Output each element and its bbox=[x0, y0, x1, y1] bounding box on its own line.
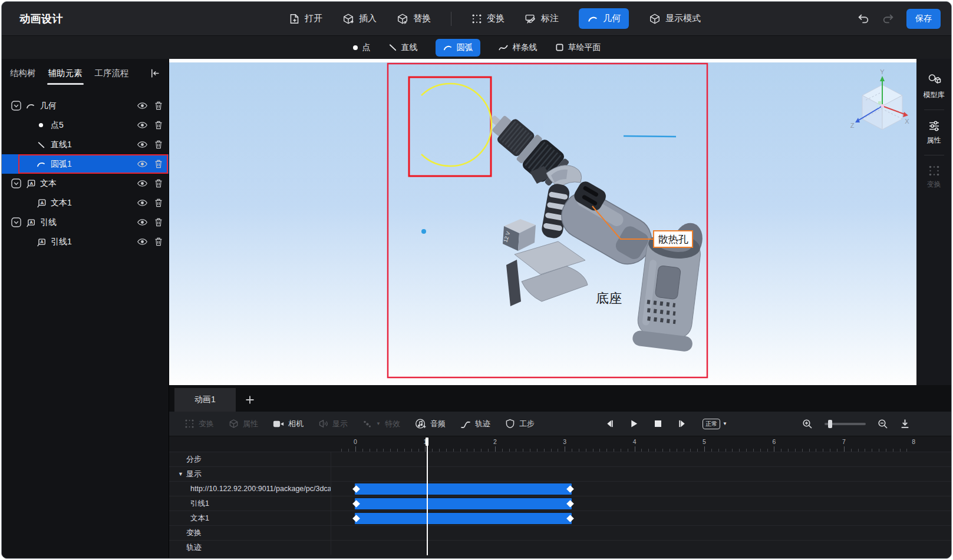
line-entity[interactable] bbox=[624, 136, 676, 137]
track[interactable] bbox=[331, 511, 952, 525]
point-entity[interactable] bbox=[421, 229, 426, 234]
eye-icon[interactable] bbox=[137, 160, 147, 168]
trash-icon[interactable] bbox=[154, 101, 163, 110]
eye-icon[interactable] bbox=[137, 199, 147, 207]
trash-icon[interactable] bbox=[154, 179, 163, 188]
trash-icon[interactable] bbox=[154, 140, 163, 149]
export-download-icon[interactable] bbox=[900, 419, 910, 429]
trash-icon[interactable] bbox=[154, 237, 163, 246]
insert-button[interactable]: 插入 bbox=[342, 13, 377, 25]
eye-icon[interactable] bbox=[137, 218, 147, 226]
zoom-out-icon[interactable] bbox=[878, 419, 888, 429]
trash-icon[interactable] bbox=[154, 160, 163, 168]
eye-icon[interactable] bbox=[137, 141, 147, 148]
geometry-button[interactable]: 几何 bbox=[579, 8, 629, 29]
chevron-box-icon[interactable] bbox=[11, 217, 21, 227]
arc-entity[interactable] bbox=[421, 84, 492, 166]
keyframe-diamond[interactable] bbox=[352, 485, 360, 493]
tree-item-text1[interactable]: A 文本1 bbox=[2, 193, 169, 213]
step-forward-button[interactable] bbox=[678, 419, 687, 428]
display-track-button[interactable]: 显示 bbox=[318, 419, 348, 429]
effects-button[interactable]: ▼ 特效 bbox=[362, 419, 400, 429]
zoom-in-icon[interactable] bbox=[802, 419, 813, 429]
chevron-box-icon[interactable] bbox=[11, 178, 21, 188]
add-animation-tab-button[interactable] bbox=[236, 388, 264, 412]
orientation-gizmo[interactable]: Y Z X bbox=[850, 68, 910, 130]
trash-icon[interactable] bbox=[154, 198, 163, 207]
transform-rail-button[interactable]: 变换 bbox=[927, 165, 941, 190]
properties-button[interactable]: 属性 bbox=[927, 120, 941, 145]
tab-auxiliary-elements[interactable]: 辅助元素 bbox=[48, 64, 83, 82]
camera-button[interactable]: 相机 bbox=[273, 419, 304, 429]
eye-icon[interactable] bbox=[137, 121, 147, 129]
stop-button[interactable] bbox=[654, 420, 662, 428]
eye-icon[interactable] bbox=[137, 238, 147, 246]
open-button[interactable]: 打开 bbox=[289, 13, 322, 25]
play-button[interactable] bbox=[630, 419, 638, 428]
callout-label[interactable]: 散热孔 bbox=[654, 231, 693, 247]
viewport-canvas[interactable]: 12 V bbox=[169, 59, 920, 385]
keyframe-diamond[interactable] bbox=[566, 485, 574, 493]
model-library-button[interactable]: 模型库 bbox=[924, 73, 945, 100]
track[interactable] bbox=[331, 541, 952, 555]
animation-tab[interactable]: 动画1 bbox=[174, 388, 236, 412]
timeline-row-package-url[interactable]: http://10.122.92.200:9011/package/pc/3dc… bbox=[169, 481, 952, 496]
track[interactable] bbox=[331, 496, 952, 511]
playhead[interactable] bbox=[427, 440, 428, 555]
eye-icon[interactable] bbox=[137, 180, 147, 187]
redo-icon[interactable] bbox=[882, 12, 895, 25]
eye-icon[interactable] bbox=[137, 102, 147, 110]
expand-arrow-icon[interactable]: ▼ bbox=[178, 471, 183, 477]
arc-tool[interactable]: 圆弧 bbox=[436, 39, 480, 57]
keyframe-diamond[interactable] bbox=[566, 515, 574, 522]
timeline-row-text1[interactable]: 文本1 bbox=[169, 511, 952, 525]
transform-button[interactable]: 变换 bbox=[471, 13, 504, 24]
base-text-label[interactable]: 底座 bbox=[596, 291, 622, 306]
keyframe-diamond[interactable] bbox=[352, 515, 360, 522]
tree-item-leader-group[interactable]: A 引线 bbox=[2, 213, 169, 232]
display-mode-button[interactable]: 显示模式 bbox=[649, 13, 701, 25]
track[interactable] bbox=[331, 452, 952, 466]
keyframe-diamond[interactable] bbox=[352, 500, 360, 508]
tree-item-leader1[interactable]: A 引线1 bbox=[2, 232, 169, 251]
replace-button[interactable]: 替换 bbox=[397, 13, 431, 25]
annotate-button[interactable]: 标注 bbox=[525, 13, 559, 25]
spline-tool[interactable]: 样条线 bbox=[498, 42, 537, 53]
slider-knob[interactable] bbox=[828, 420, 832, 428]
track[interactable] bbox=[331, 482, 952, 496]
save-button[interactable]: 保存 bbox=[906, 9, 941, 29]
timeline-properties-button[interactable]: 属性 bbox=[229, 419, 258, 429]
step-back-button[interactable] bbox=[605, 419, 614, 428]
tab-process-flow[interactable]: 工序流程 bbox=[95, 64, 129, 82]
timeline-row-leader1[interactable]: 引线1 bbox=[169, 496, 952, 511]
point-tool[interactable]: 点 bbox=[352, 42, 371, 53]
workstep-button[interactable]: 工步 bbox=[505, 419, 535, 429]
timeline-row-display[interactable]: ▼显示 bbox=[169, 466, 952, 481]
keyframe-bar[interactable] bbox=[355, 513, 572, 524]
keyframe-bar[interactable] bbox=[355, 483, 572, 495]
trash-icon[interactable] bbox=[154, 218, 163, 227]
speed-selector[interactable]: 正常 ▼ bbox=[703, 419, 727, 429]
timeline-ruler[interactable]: 012345678 bbox=[169, 436, 952, 452]
undo-icon[interactable] bbox=[857, 12, 870, 25]
tree-item-text-group[interactable]: A 文本 bbox=[2, 174, 169, 193]
keyframe-bar[interactable] bbox=[355, 498, 572, 509]
viewport-3d[interactable]: 12 V bbox=[169, 59, 920, 385]
audio-button[interactable]: 音频 bbox=[415, 418, 446, 429]
tree-item-point5[interactable]: 点5 bbox=[2, 115, 169, 135]
timeline-transform-button[interactable]: 变换 bbox=[184, 419, 214, 429]
timeline-zoom-slider[interactable] bbox=[825, 423, 866, 425]
chevron-box-icon[interactable] bbox=[11, 101, 21, 111]
timeline-row-transform[interactable]: 变换 bbox=[169, 525, 952, 540]
collapse-sidebar-icon[interactable] bbox=[149, 68, 160, 79]
keyframe-diamond[interactable] bbox=[566, 500, 574, 508]
tree-item-arc1-selected[interactable]: 圆弧1 bbox=[2, 154, 169, 174]
tab-structure-tree[interactable]: 结构树 bbox=[10, 64, 36, 82]
sketch-plane-tool[interactable]: 草绘平面 bbox=[555, 42, 601, 53]
track[interactable] bbox=[331, 467, 952, 481]
timeline-row-steps[interactable]: 分步 bbox=[169, 452, 952, 466]
trash-icon[interactable] bbox=[154, 121, 163, 130]
timeline-row-trajectory[interactable]: 轨迹 bbox=[169, 540, 952, 555]
tree-item-line1[interactable]: 直线1 bbox=[2, 135, 169, 154]
track[interactable] bbox=[331, 526, 952, 540]
